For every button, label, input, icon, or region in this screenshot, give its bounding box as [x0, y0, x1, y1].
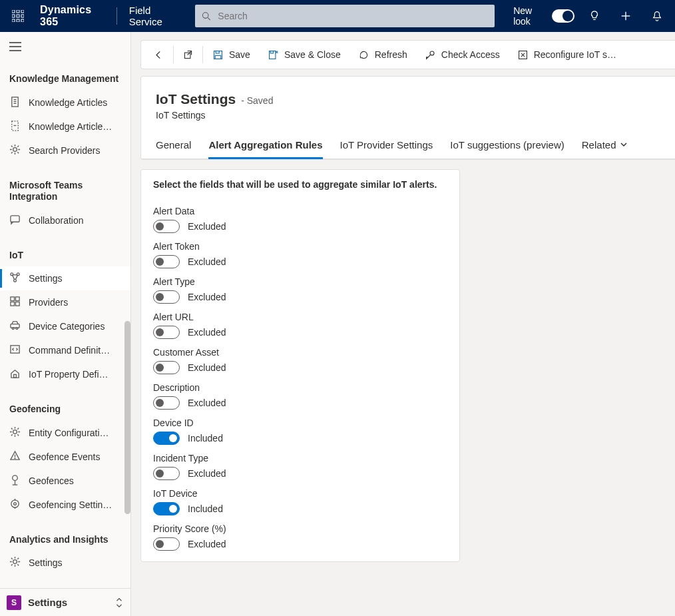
sidebar-item[interactable]: IoT Property Defi…: [0, 362, 130, 386]
product-name[interactable]: Dynamics 365: [38, 4, 107, 28]
app-area[interactable]: Field Service: [126, 5, 182, 27]
field-toggle[interactable]: [153, 361, 180, 374]
field-toggle[interactable]: [153, 396, 180, 410]
svg-rect-57: [270, 51, 273, 53]
tab[interactable]: IoT suggestions (preview): [450, 135, 564, 158]
sidebar-item-label: Providers: [29, 297, 68, 308]
tab[interactable]: Related: [582, 135, 628, 158]
gear-icon: [9, 426, 21, 440]
grid-box-icon: [9, 296, 21, 309]
sidebar-item[interactable]: Device Categories: [0, 314, 130, 338]
nav-section-title: Microsoft Teams Integration: [0, 168, 130, 208]
hamburger-icon[interactable]: [0, 32, 130, 61]
svg-point-37: [16, 328, 18, 330]
field-state: Excluded: [188, 398, 226, 408]
check-access-button[interactable]: Check Access: [416, 40, 509, 69]
svg-point-9: [203, 12, 209, 18]
add-icon[interactable]: [615, 0, 637, 32]
tab-label: IoT Provider Settings: [340, 139, 433, 151]
sidebar-item[interactable]: Providers: [0, 290, 130, 314]
svg-rect-54: [216, 51, 219, 53]
field-toggle[interactable]: [153, 290, 180, 304]
open-new-window-button[interactable]: [174, 40, 202, 69]
field-label: Device ID: [153, 418, 447, 428]
field-toggle[interactable]: [153, 467, 180, 480]
svg-line-10: [208, 17, 210, 20]
sidebar-item[interactable]: Entity Configurati…: [0, 421, 130, 445]
back-button[interactable]: [145, 40, 172, 69]
chevron-down-icon: [620, 139, 628, 151]
field-toggle[interactable]: [153, 537, 180, 551]
tab[interactable]: IoT Provider Settings: [340, 135, 433, 158]
refresh-button[interactable]: Refresh: [349, 40, 416, 69]
sidebar-item-label: Settings: [29, 273, 63, 284]
sidebar-item[interactable]: Settings: [0, 551, 130, 575]
sidebar-item[interactable]: Collaboration: [0, 208, 130, 232]
field-state: Excluded: [188, 221, 226, 232]
svg-rect-55: [215, 55, 221, 59]
save-button[interactable]: Save: [204, 40, 259, 69]
chevron-updown-icon: [114, 597, 124, 608]
chat-icon: [9, 214, 21, 227]
field-state: Included: [188, 503, 223, 514]
search-input[interactable]: [216, 10, 488, 22]
card-instruction: Select the fields that will be used to a…: [153, 179, 447, 190]
sidebar-item[interactable]: Settings: [0, 266, 130, 290]
global-search[interactable]: [195, 5, 495, 27]
tab[interactable]: General: [156, 135, 191, 158]
tab-label: General: [156, 139, 191, 151]
pin-icon: [9, 474, 21, 487]
command-bar: Save Save & Close Refresh Check Access R…: [140, 40, 675, 69]
aggregation-field: Alert TokenExcluded: [153, 241, 447, 268]
search-icon: [202, 11, 211, 21]
field-toggle[interactable]: [153, 220, 180, 233]
sidebar-item[interactable]: Knowledge Article…: [0, 115, 130, 139]
sidebar-item-label: Geofences: [29, 475, 74, 486]
sidebar-item[interactable]: Geofences: [0, 469, 130, 493]
sidebar-item[interactable]: Geofence Events: [0, 445, 130, 469]
field-toggle[interactable]: [153, 326, 180, 339]
page-title: IoT Settings: [156, 91, 236, 107]
svg-rect-7: [17, 19, 19, 22]
gear-icon: [9, 144, 21, 157]
sidebar-item[interactable]: Knowledge Articles: [0, 91, 130, 115]
code-box-icon: [9, 344, 21, 357]
alert-icon: [9, 450, 21, 463]
area-switcher[interactable]: S Settings: [0, 588, 130, 616]
sidebar-item-label: Knowledge Articles: [29, 97, 107, 108]
aggregation-field: DescriptionExcluded: [153, 382, 447, 410]
reconfigure-button[interactable]: Reconfigure IoT sugge…: [509, 40, 628, 69]
sidebar-item-label: Knowledge Article…: [29, 121, 112, 132]
app-launcher-icon[interactable]: [7, 0, 29, 32]
page-status: - Saved: [241, 95, 273, 106]
toggle-on-icon: [552, 9, 574, 23]
field-toggle[interactable]: [153, 255, 180, 268]
tabs: GeneralAlert Aggregation RulesIoT Provid…: [156, 135, 660, 158]
save-close-button[interactable]: Save & Close: [259, 40, 349, 69]
new-look-label: New look: [513, 5, 546, 27]
svg-rect-1: [17, 10, 19, 13]
notifications-icon[interactable]: [646, 0, 668, 32]
sidebar-item-label: Device Categories: [29, 321, 105, 332]
tab[interactable]: Alert Aggregation Rules: [208, 135, 322, 158]
sidebar-item-label: Geofencing Settin…: [29, 499, 112, 510]
sidebar-item[interactable]: Search Providers: [0, 139, 130, 162]
new-look-toggle[interactable]: New look: [513, 5, 574, 27]
field-toggle[interactable]: [153, 502, 180, 515]
nav-section-title: Analytics and Insights: [0, 522, 130, 551]
svg-line-29: [13, 276, 15, 280]
sidebar-item[interactable]: Command Definit…: [0, 338, 130, 362]
topbar: Dynamics 365 Field Service New look: [0, 0, 675, 32]
lightbulb-icon[interactable]: [584, 0, 606, 32]
sidebar-item-label: Entity Configurati…: [29, 428, 109, 438]
doc-icon: [9, 96, 21, 109]
aggregation-field: Customer AssetExcluded: [153, 347, 447, 374]
sidebar-item[interactable]: Geofencing Settin…: [0, 493, 130, 517]
svg-line-30: [15, 276, 17, 280]
field-toggle[interactable]: [153, 432, 180, 445]
sidebar-item-label: Settings: [29, 557, 63, 568]
svg-rect-3: [12, 15, 15, 17]
aggregation-field: Priority Score (%)Excluded: [153, 523, 447, 551]
sidebar-scrollbar[interactable]: [124, 321, 130, 514]
svg-rect-6: [12, 19, 15, 22]
